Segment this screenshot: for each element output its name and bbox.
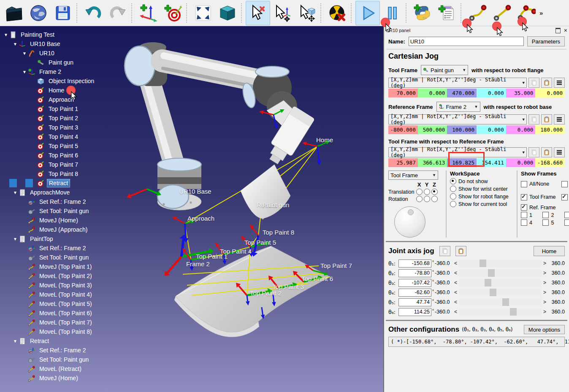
tree-item-top-paint-6[interactable]: Top Paint 6 <box>0 151 135 160</box>
expander-arrow-icon[interactable]: ▼ <box>21 70 28 74</box>
pose-value-cell[interactable]: 470.000 <box>447 89 477 97</box>
jog-knob[interactable] <box>394 206 425 238</box>
tree-item-painttop[interactable]: ▼PaintTop <box>0 234 135 243</box>
joint-value-input[interactable] <box>398 308 431 316</box>
tree-item-approachmove[interactable]: ▼ApproachMove <box>0 188 135 197</box>
joint-value-input[interactable] <box>398 269 431 277</box>
configuration-dropdown[interactable]: ( *)-[-150.68°, -78.80°, -107.42°, -62.6… <box>388 337 565 347</box>
tree-item-top-paint-8[interactable]: Top Paint 8 <box>0 169 135 178</box>
tree-item-movel-top-paint-6[interactable]: MoveL (Top Paint 6) <box>0 308 135 318</box>
close-panel-icon[interactable]: × <box>564 28 567 32</box>
joint-increase-arrow[interactable]: > <box>542 299 548 305</box>
joint-value-input[interactable] <box>398 260 431 268</box>
add-target-button[interactable] <box>160 1 185 25</box>
tree-item-movel-top-paint-2[interactable]: MoveL (Top Paint 2) <box>0 271 135 281</box>
tree-item-set-ref-frame-2[interactable]: Set Ref.: Frame 2 <box>0 346 135 355</box>
expander-arrow-icon[interactable]: ▼ <box>12 42 19 46</box>
add-python-program-button[interactable] <box>410 1 435 25</box>
joint-slider[interactable] <box>459 269 542 277</box>
show-frames-checkbox[interactable] <box>561 194 568 200</box>
pose-value-cell[interactable]: 180.000 <box>535 125 565 134</box>
joint-slider-thumb[interactable] <box>485 279 491 287</box>
tree-item-retract[interactable]: ▼Retract <box>0 336 135 346</box>
show-frames-checkbox[interactable] <box>542 212 549 218</box>
open-file-button[interactable] <box>2 1 26 25</box>
pose-menu-button[interactable] <box>554 78 565 88</box>
joint-slider-thumb[interactable] <box>502 298 509 306</box>
pose-value-cell[interactable]: 0.000 <box>418 89 447 97</box>
tree-item-ur10[interactable]: ▼UR10 <box>0 49 135 58</box>
open-online-library-button[interactable] <box>26 1 51 25</box>
toolbar-overflow-chevron[interactable]: » <box>539 9 543 16</box>
joint-slider[interactable] <box>459 279 542 287</box>
paste-pose-button[interactable] <box>541 78 552 88</box>
joint-value-input[interactable] <box>398 279 431 287</box>
save-station-button[interactable] <box>51 1 75 25</box>
tree-item-set-ref-frame-2[interactable]: Set Ref.: Frame 2 <box>0 197 135 206</box>
reference-frame-dropdown[interactable]: Frame 2 ▼ <box>436 102 480 112</box>
show-frames-checkbox[interactable] <box>564 212 569 218</box>
pose-value-cell[interactable]: 0.000 <box>477 125 506 134</box>
check-collisions-button[interactable] <box>325 1 350 25</box>
expander-arrow-icon[interactable]: ▼ <box>3 32 9 37</box>
pose-value-cell[interactable]: 0.000 <box>477 89 506 97</box>
show-frames-option[interactable]: All/None <box>521 178 561 190</box>
joint-decrease-arrow[interactable]: < <box>452 299 459 305</box>
show-frames-option[interactable]: Robot Flange <box>561 191 569 203</box>
run-program-button[interactable] <box>355 1 380 25</box>
paste-pose-button[interactable] <box>541 147 552 157</box>
pose-value-cell[interactable]: 0.000 <box>506 125 536 134</box>
joint-slider[interactable] <box>459 298 542 306</box>
expander-arrow-icon[interactable]: ▼ <box>12 237 19 241</box>
tree-item-movel-top-paint-4[interactable]: MoveL (Top Paint 4) <box>0 290 135 299</box>
tool-frame-dropdown[interactable]: Paint gun ▼ <box>421 65 468 75</box>
rotation-x-radio[interactable] <box>416 196 423 202</box>
pose-value-cell[interactable]: 0.000 <box>535 89 565 97</box>
tree-item-object-inspection[interactable]: Object Inspection <box>0 76 135 86</box>
paste-pose-button[interactable] <box>541 114 552 124</box>
joint-increase-arrow[interactable]: > <box>542 270 548 276</box>
rotation-y-radio[interactable] <box>424 196 430 202</box>
expander-arrow-icon[interactable]: ▼ <box>21 51 28 56</box>
tree-item-movej-top-paint-1[interactable]: MoveJ (Top Paint 1) <box>0 262 135 271</box>
tree-item-set-tool-paint-gun[interactable]: Set Tool: Paint gun <box>0 253 135 262</box>
select-button[interactable] <box>246 1 270 25</box>
pose-value-cell[interactable]: -800.000 <box>388 125 418 134</box>
tree-item-top-paint-2[interactable]: Top Paint 2 <box>0 114 135 123</box>
tree-item-painting-test[interactable]: ▼Painting Test <box>0 30 135 39</box>
pose-value-cell[interactable]: 366.613 <box>418 158 447 167</box>
copy-pose-button[interactable] <box>528 114 539 124</box>
joint-value-input[interactable] <box>398 298 431 306</box>
show-frames-number-option[interactable]: 5 <box>542 219 564 226</box>
tree-item-top-paint-1[interactable]: Top Paint 1 <box>0 104 135 114</box>
pose-value-cell[interactable]: 35.000 <box>506 89 536 97</box>
show-frames-number-option[interactable]: 4 <box>521 219 542 226</box>
workspace-option[interactable]: Do not show <box>450 178 513 184</box>
pose-value-cell[interactable]: 500.000 <box>418 125 447 134</box>
pose-value-cell[interactable]: 100.000 <box>447 125 477 134</box>
workspace-radio[interactable] <box>450 201 456 207</box>
move-reference-button[interactable] <box>270 1 295 25</box>
redo-button[interactable] <box>106 1 130 25</box>
joint-increase-arrow[interactable]: > <box>542 289 548 295</box>
translation-x-radio[interactable] <box>416 189 423 195</box>
show-frames-checkbox[interactable] <box>561 181 568 187</box>
fit-all-button[interactable] <box>191 1 215 25</box>
workspace-radio[interactable] <box>450 178 456 184</box>
show-frames-number-option[interactable]: 2 <box>542 212 564 218</box>
add-reference-frame-button[interactable] <box>136 1 160 25</box>
show-frames-checkbox[interactable] <box>521 181 527 187</box>
show-frames-checkbox[interactable] <box>542 219 549 226</box>
workspace-option[interactable]: Show for robot flange <box>450 193 513 200</box>
joint-increase-arrow[interactable]: > <box>542 260 548 266</box>
tree-item-movej-home[interactable]: MoveJ (Home) <box>0 373 135 383</box>
add-program-button[interactable] <box>435 1 459 25</box>
joint-increase-arrow[interactable]: > <box>542 309 548 315</box>
undo-button[interactable] <box>81 1 106 25</box>
pose-menu-button[interactable] <box>554 114 565 124</box>
expander-arrow-icon[interactable]: ▼ <box>12 190 19 195</box>
workspace-option[interactable]: Show for wrist center <box>450 186 513 192</box>
copy-pose-button[interactable] <box>528 147 539 157</box>
pose-value-cell[interactable]: 70.000 <box>388 89 418 97</box>
show-frames-option[interactable]: Tool Frame <box>521 191 561 203</box>
